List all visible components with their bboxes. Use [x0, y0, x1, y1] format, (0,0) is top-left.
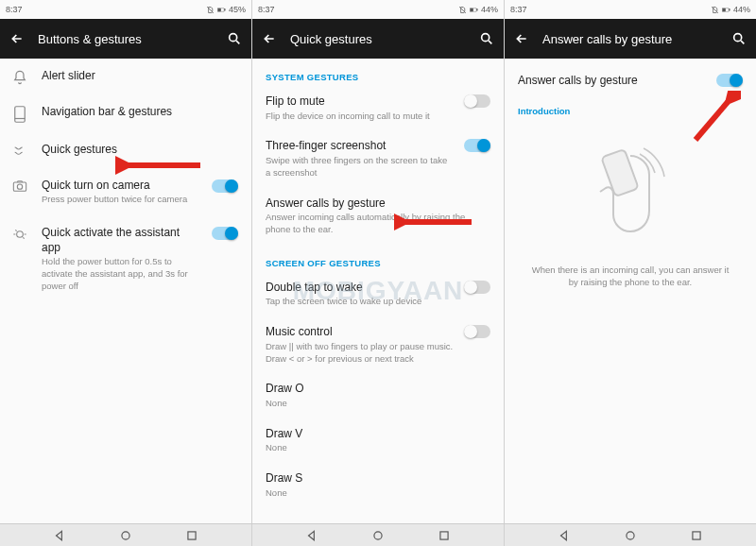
search-icon[interactable]: [227, 31, 242, 46]
section-header-screenoff: SCREEN OFF GESTURES: [252, 245, 504, 272]
toggle-switch[interactable]: [716, 74, 743, 87]
settings-row-answer-calls[interactable]: Answer calls by gesture Answer incoming …: [252, 188, 504, 245]
nav-home-icon[interactable]: [624, 529, 637, 542]
screen-quick-gestures: 8:37 44% Quick gestures SYSTEM GESTURES …: [252, 0, 505, 523]
camera-icon: [12, 179, 27, 193]
page-title: Answer calls by gesture: [542, 32, 718, 46]
settings-label: Answer calls by gesture: [518, 74, 716, 87]
settings-row-flip-mute[interactable]: Flip to mute Flip the device on incoming…: [252, 86, 504, 130]
nav-back-icon[interactable]: [558, 529, 571, 542]
toggle-switch[interactable]: [464, 325, 490, 338]
settings-row-quick-gestures[interactable]: Quick gestures: [0, 132, 251, 168]
status-battery: 44%: [481, 5, 498, 14]
settings-row-draw-s[interactable]: Draw S None: [252, 463, 504, 507]
settings-label: Music control: [266, 325, 455, 340]
android-nav-bar: [0, 523, 756, 546]
svg-rect-25: [188, 531, 196, 538]
svg-rect-29: [693, 531, 700, 538]
page-title: Buttons & gestures: [38, 32, 214, 46]
toggle-switch[interactable]: [464, 94, 490, 108]
toggle-switch[interactable]: [212, 227, 238, 240]
settings-sub: Answer incoming calls automatically by r…: [266, 212, 490, 236]
phone-icon: [13, 106, 26, 123]
no-sim-icon: [458, 6, 467, 14]
status-battery: 45%: [229, 5, 246, 14]
toggle-switch[interactable]: [212, 179, 238, 193]
settings-row-draw-o[interactable]: Draw O None: [252, 373, 504, 418]
settings-row-navbar[interactable]: Navigation bar & gestures: [0, 94, 251, 132]
status-battery: 44%: [733, 5, 750, 14]
status-bar: 8:37 44%: [252, 0, 504, 19]
nav-home-icon[interactable]: [119, 529, 132, 542]
nav-back-icon[interactable]: [53, 529, 66, 542]
search-icon[interactable]: [731, 31, 747, 46]
status-time: 8:37: [510, 5, 527, 14]
app-header: Buttons & gestures: [0, 19, 251, 59]
illustration-raise-to-ear: [505, 122, 756, 260]
svg-rect-19: [723, 9, 726, 11]
description-text: When there is an incoming call, you can …: [505, 260, 756, 293]
gesture-icon: [12, 144, 27, 159]
toggle-switch[interactable]: [464, 281, 490, 294]
svg-point-24: [122, 531, 129, 538]
section-header-intro: Introduction: [505, 96, 756, 122]
settings-sub: Draw || with two fingers to play or paus…: [266, 341, 455, 366]
settings-sub: None: [266, 487, 490, 500]
settings-sub: Press power button twice for camera: [42, 194, 198, 206]
settings-sub: Flip the device on incoming call to mute…: [266, 111, 455, 123]
svg-point-7: [17, 184, 22, 189]
settings-row-draw-v[interactable]: Draw V None: [252, 418, 504, 463]
assistant-icon: [12, 227, 27, 242]
nav-recent-icon[interactable]: [690, 529, 703, 542]
svg-point-8: [17, 231, 24, 238]
status-time: 8:37: [258, 5, 275, 14]
battery-icon: [217, 6, 226, 14]
settings-label: Flip to mute: [266, 94, 455, 110]
settings-label: Double tap to wake: [266, 281, 455, 296]
svg-rect-2: [218, 9, 221, 11]
settings-label: Draw S: [266, 471, 490, 486]
settings-label: Quick gestures: [42, 142, 238, 157]
battery-icon: [470, 6, 478, 14]
no-sim-icon: [711, 6, 719, 14]
settings-sub: Swipe with three fingers on the screen t…: [266, 155, 455, 179]
settings-row-alert-slider[interactable]: Alert slider: [0, 59, 251, 94]
page-title: Quick gestures: [290, 32, 466, 46]
app-header: Quick gestures: [252, 19, 504, 59]
search-icon[interactable]: [479, 31, 494, 46]
settings-label: Navigation bar & gestures: [42, 104, 238, 119]
svg-rect-18: [729, 9, 730, 10]
toggle-switch[interactable]: [464, 139, 490, 152]
settings-label: Three-finger screenshot: [266, 139, 455, 154]
battery-icon: [722, 6, 730, 14]
svg-rect-1: [224, 9, 225, 10]
settings-row-assistant[interactable]: Quick activate the assistant app Hold th…: [0, 215, 251, 302]
svg-rect-6: [13, 182, 26, 191]
settings-row-music-control[interactable]: Music control Draw || with two fingers t…: [252, 316, 504, 373]
settings-label: Quick activate the assistant app: [42, 225, 198, 255]
nav-recent-icon[interactable]: [185, 529, 198, 542]
nav-home-icon[interactable]: [371, 529, 385, 542]
svg-point-20: [734, 34, 742, 42]
svg-point-3: [230, 34, 237, 42]
back-icon[interactable]: [9, 31, 25, 46]
settings-row-three-finger[interactable]: Three-finger screenshot Swipe with three…: [252, 130, 504, 187]
settings-sub: None: [266, 398, 490, 410]
screen-answer-calls-by-gesture: 8:37 44% Answer calls by gesture Answer …: [505, 0, 756, 523]
back-icon[interactable]: [514, 31, 529, 46]
status-bar: 8:37 44%: [505, 0, 756, 19]
svg-point-26: [374, 531, 382, 538]
settings-label: Quick turn on camera: [42, 178, 198, 193]
svg-rect-27: [440, 531, 448, 538]
settings-sub: Tap the screen twice to wake up device: [266, 296, 455, 308]
settings-label: Draw V: [266, 427, 490, 442]
settings-row-quick-camera[interactable]: Quick turn on camera Press power button …: [0, 168, 251, 215]
nav-recent-icon[interactable]: [438, 529, 451, 542]
settings-row-double-tap[interactable]: Double tap to wake Tap the screen twice …: [252, 272, 504, 316]
back-icon[interactable]: [262, 31, 277, 46]
svg-point-28: [627, 531, 634, 538]
settings-row-answer-calls-toggle[interactable]: Answer calls by gesture: [505, 59, 756, 96]
settings-label: Draw O: [266, 382, 490, 397]
nav-back-icon[interactable]: [305, 529, 318, 542]
bell-icon: [12, 70, 27, 85]
